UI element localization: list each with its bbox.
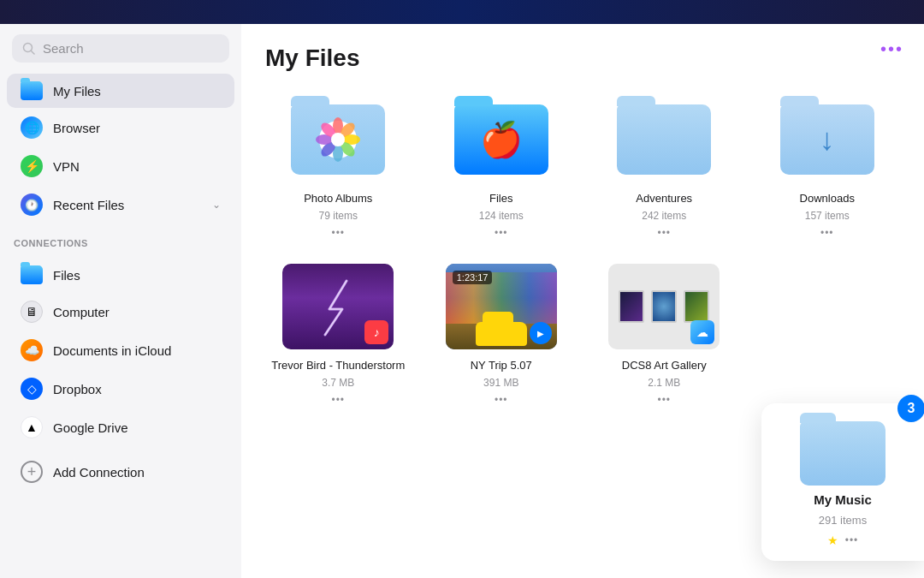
taxi-car bbox=[476, 322, 527, 346]
music-footer: ★ ••• bbox=[827, 533, 859, 547]
file-size: 2.1 MB bbox=[648, 377, 680, 389]
sidebar-item-gdrive[interactable]: ▲ Google Drive bbox=[7, 408, 234, 446]
sidebar-item-label: Google Drive bbox=[53, 420, 128, 435]
file-item-dcs8[interactable]: ☁ DCS8 Art Gallery 2.1 MB ••• bbox=[591, 259, 737, 406]
music-folder-body bbox=[800, 421, 886, 486]
file-item-trevor-bird[interactable]: ♪ Trevor Bird - Thunderstorm 3.7 MB ••• bbox=[265, 259, 412, 406]
search-box[interactable]: Search bbox=[12, 34, 229, 63]
file-menu-dots[interactable]: ••• bbox=[495, 394, 508, 406]
downloads-thumb: ↓ bbox=[772, 92, 883, 187]
trevor-bird-thumb: ♪ bbox=[282, 259, 394, 354]
sidebar-item-icloud[interactable]: ☁️ Documents in iCloud bbox=[7, 331, 234, 369]
sidebar-item-vpn[interactable]: ⚡ VPN bbox=[7, 147, 234, 185]
file-name: DCS8 Art Gallery bbox=[622, 359, 707, 372]
star-icon: ★ bbox=[827, 533, 838, 547]
lightning-bolt-icon bbox=[304, 277, 372, 337]
folder-body bbox=[617, 104, 711, 175]
file-size: 3.7 MB bbox=[322, 377, 354, 389]
sidebar-item-label: Recent Files bbox=[53, 198, 124, 212]
file-menu-dots[interactable]: ••• bbox=[495, 227, 508, 239]
folder-body: ↓ bbox=[780, 104, 874, 175]
recent-files-icon: 🕐 bbox=[21, 194, 43, 216]
sidebar-item-dropbox[interactable]: ◇ Dropbox bbox=[7, 370, 234, 408]
computer-icon: 🖥 bbox=[21, 301, 43, 323]
file-item-ny-trip[interactable]: 1:23:17 ▶ NY Trip 5.07 391 MB ••• bbox=[429, 259, 575, 406]
gallery-thumb: ☁ bbox=[608, 264, 720, 349]
painting-1 bbox=[619, 290, 644, 323]
sidebar: Search My Files 🌐 Browser ⚡ VPN 🕐 Re bbox=[0, 24, 241, 578]
files-grid-bottom: ♪ Trevor Bird - Thunderstorm 3.7 MB ••• bbox=[265, 259, 900, 406]
cloud-badge-icon: ☁ bbox=[690, 320, 714, 344]
files-folder: 🍎 bbox=[450, 97, 553, 182]
sidebar-item-label: Documents in iCloud bbox=[53, 343, 171, 358]
music-folder-name: My Music bbox=[814, 492, 872, 507]
file-item-files[interactable]: 🍎 Files 124 items ••• bbox=[429, 92, 575, 239]
add-icon: + bbox=[21, 461, 43, 483]
browser-icon: 🌐 bbox=[21, 116, 43, 139]
sidebar-item-recent-files[interactable]: 🕐 Recent Files ⌄ bbox=[7, 186, 234, 223]
connections-nav: Files 🖥 Computer ☁️ Documents in iCloud … bbox=[0, 253, 241, 495]
file-item-downloads[interactable]: ↓ Downloads 157 items ••• bbox=[755, 92, 901, 239]
folder-tab bbox=[800, 413, 836, 423]
play-button-icon[interactable]: ▶ bbox=[530, 322, 552, 344]
sidebar-item-label: Files bbox=[53, 268, 80, 283]
folder-body bbox=[291, 104, 385, 175]
sidebar-item-label: My Files bbox=[53, 84, 101, 98]
notification-badge: 3 bbox=[897, 395, 924, 422]
adventures-folder bbox=[613, 97, 715, 182]
more-button[interactable]: ••• bbox=[880, 39, 903, 59]
music-overlay-card[interactable]: 3 My Music 291 items ★ ••• bbox=[761, 403, 924, 561]
sidebar-item-label: Computer bbox=[53, 305, 110, 319]
sidebar-item-my-files[interactable]: My Files bbox=[7, 74, 234, 108]
file-menu-dots[interactable]: ••• bbox=[657, 394, 671, 406]
sidebar-item-add-connection[interactable]: + Add Connection bbox=[7, 453, 234, 491]
sidebar-item-computer[interactable]: 🖥 Computer bbox=[7, 293, 234, 331]
file-item-placeholder bbox=[755, 259, 901, 406]
photo-albums-thumb bbox=[282, 92, 394, 187]
file-menu-dots[interactable]: ••• bbox=[820, 227, 834, 239]
photos-colorwheel-icon bbox=[312, 114, 364, 165]
file-count: 157 items bbox=[805, 210, 850, 222]
file-count: 79 items bbox=[319, 210, 358, 222]
main-content: ••• My Files bbox=[241, 24, 924, 578]
vpn-icon: ⚡ bbox=[21, 155, 43, 177]
connections-section-label: CONNECTIONS bbox=[0, 228, 241, 253]
file-item-adventures[interactable]: Adventures 242 items ••• bbox=[591, 92, 737, 239]
svg-point-11 bbox=[331, 133, 345, 146]
gdrive-icon: ▲ bbox=[21, 416, 43, 438]
painting-3 bbox=[684, 290, 709, 323]
lightning-thumb: ♪ bbox=[282, 264, 394, 349]
file-name: Downloads bbox=[800, 192, 855, 205]
adventures-thumb bbox=[608, 92, 720, 187]
folder-body: 🍎 bbox=[454, 104, 548, 175]
file-menu-dots[interactable]: ••• bbox=[331, 227, 345, 239]
music-folder-count: 291 items bbox=[819, 514, 867, 527]
dcs8-thumb: ☁ bbox=[608, 259, 720, 354]
file-item-photo-albums[interactable]: Photo Albums 79 items ••• bbox=[265, 92, 412, 239]
music-menu-dots[interactable]: ••• bbox=[845, 534, 859, 546]
file-name: Files bbox=[489, 192, 512, 205]
top-bar bbox=[0, 0, 924, 24]
page-title: My Files bbox=[265, 45, 900, 72]
file-name: Trevor Bird - Thunderstorm bbox=[271, 359, 405, 372]
icloud-icon: ☁️ bbox=[21, 339, 43, 361]
search-placeholder: Search bbox=[43, 41, 84, 56]
file-name: NY Trip 5.07 bbox=[471, 359, 532, 372]
file-count: 124 items bbox=[479, 210, 524, 222]
ny-trip-thumb: 1:23:17 ▶ bbox=[446, 259, 557, 354]
sidebar-item-files[interactable]: Files bbox=[7, 258, 234, 292]
svg-line-1 bbox=[32, 51, 35, 54]
sidebar-item-label: VPN bbox=[53, 159, 80, 174]
file-name: Photo Albums bbox=[304, 192, 372, 205]
files-grid-top: Photo Albums 79 items ••• 🍎 Files 124 it… bbox=[265, 92, 900, 239]
file-menu-dots[interactable]: ••• bbox=[331, 394, 345, 406]
files-folder-icon bbox=[21, 265, 43, 284]
sidebar-nav: My Files 🌐 Browser ⚡ VPN 🕐 Recent Files … bbox=[0, 69, 241, 228]
music-folder-thumb bbox=[800, 417, 886, 486]
sidebar-item-label: Browser bbox=[53, 121, 100, 135]
file-count: 242 items bbox=[642, 210, 686, 222]
file-size: 391 MB bbox=[483, 377, 518, 389]
downloads-folder: ↓ bbox=[776, 97, 879, 182]
file-menu-dots[interactable]: ••• bbox=[657, 227, 671, 239]
sidebar-item-browser[interactable]: 🌐 Browser bbox=[7, 109, 234, 146]
